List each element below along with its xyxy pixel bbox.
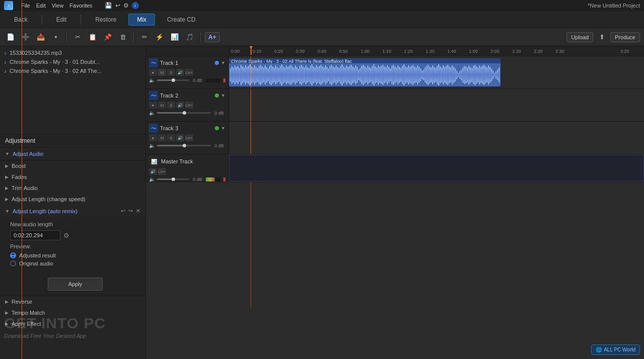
track-2-mute-btn[interactable]: M: [158, 102, 166, 109]
upload-button[interactable]: Upload: [567, 32, 593, 42]
track-1-content[interactable]: Chrome Sparks - My · 3 · 02 All There Is…: [229, 56, 644, 88]
track-2-solo-btn[interactable]: S: [167, 102, 175, 109]
track-1-audio-block[interactable]: Chrome Sparks - My · 3 · 02 All There Is…: [229, 58, 501, 86]
svg-rect-33: [280, 66, 281, 84]
track-3-record-btn[interactable]: ●: [149, 134, 157, 141]
back-button[interactable]: Back: [6, 14, 36, 25]
redo-remix-icon[interactable]: ↪: [128, 208, 133, 214]
menu-view[interactable]: View: [52, 3, 64, 9]
edit-pencil-button[interactable]: ✏: [138, 31, 151, 44]
svg-rect-140: [441, 67, 442, 82]
track-3-dropdown[interactable]: ▼: [221, 126, 225, 131]
undo-remix-icon[interactable]: ↩: [121, 208, 125, 214]
produce-button[interactable]: Produce: [610, 32, 640, 42]
track-3-volume-slider[interactable]: [157, 145, 211, 146]
normalize-button[interactable]: 📊: [168, 31, 181, 44]
svg-rect-132: [429, 66, 430, 83]
track-3-fx-btn[interactable]: LH+: [185, 134, 193, 141]
delete-button[interactable]: 🗑: [116, 31, 129, 44]
master-fx-btn[interactable]: LH+: [158, 168, 166, 175]
svg-rect-67: [331, 65, 332, 85]
master-volume-slider[interactable]: [157, 178, 189, 180]
svg-rect-51: [307, 67, 308, 82]
svg-rect-43: [295, 65, 296, 84]
time-settings-button[interactable]: ⚙: [63, 232, 69, 239]
track-1-vol-btn[interactable]: 🔊: [176, 69, 184, 76]
radio-original[interactable]: Original audio: [10, 260, 140, 266]
track-1-dropdown[interactable]: ▼: [221, 60, 225, 65]
track-3-mute-btn[interactable]: M: [158, 134, 166, 141]
master-track-content[interactable]: [229, 154, 644, 182]
track-2-volume-slider[interactable]: [157, 112, 211, 114]
svg-rect-169: [485, 66, 486, 83]
track-1-fx-btn[interactable]: LH+: [185, 69, 193, 76]
track-1-solo-btn[interactable]: S: [167, 69, 175, 76]
cut-button[interactable]: ✂: [71, 31, 84, 44]
svg-rect-171: [488, 65, 489, 84]
preview-section: Preview: Adjusted result Original audio: [10, 243, 140, 266]
copy-button[interactable]: 📋: [86, 31, 99, 44]
paste-button[interactable]: 📌: [101, 31, 114, 44]
svg-rect-134: [432, 65, 433, 84]
track-3-content[interactable]: [229, 122, 644, 154]
track-1-mute-btn[interactable]: M: [158, 69, 166, 76]
track-2-controls: ● M S 🔊 LH+: [149, 102, 225, 109]
svg-rect-35: [283, 66, 284, 83]
svg-rect-31: [277, 67, 278, 82]
svg-rect-122: [414, 66, 415, 83]
restore-button[interactable]: Restore: [87, 14, 124, 25]
import-button[interactable]: 📥: [34, 31, 47, 44]
split-button[interactable]: ⚡: [153, 31, 166, 44]
master-mute-btn[interactable]: 🔊: [149, 168, 157, 175]
svg-rect-98: [378, 65, 379, 84]
undo-icon[interactable]: ↩: [115, 2, 120, 9]
svg-rect-137: [437, 66, 438, 84]
mix-button[interactable]: Mix: [128, 14, 155, 26]
track-3-vol-btn[interactable]: 🔊: [176, 134, 184, 141]
tb-sep-2: [133, 32, 134, 42]
track-2-dropdown[interactable]: ▼: [221, 93, 225, 98]
track-3-volume-db: 0 dB: [213, 143, 225, 148]
svg-rect-75: [343, 66, 344, 83]
menu-favorites[interactable]: Favorites: [69, 3, 92, 9]
track-1-clip-indicator: [223, 78, 225, 82]
track-3-solo-btn[interactable]: S: [167, 134, 175, 141]
svg-rect-129: [425, 67, 426, 82]
menu-file[interactable]: File: [21, 3, 30, 9]
svg-rect-142: [444, 67, 445, 82]
add-track-button[interactable]: ➕: [19, 31, 32, 44]
svg-rect-7: [240, 65, 242, 85]
settings-icon[interactable]: ⚙: [123, 2, 129, 9]
radio-adjusted[interactable]: Adjusted result: [10, 252, 140, 258]
fx-button[interactable]: 🎵: [183, 31, 196, 44]
track-1-volume-slider[interactable]: [157, 79, 189, 81]
save-icon[interactable]: 💾: [105, 2, 112, 9]
svg-rect-58: [317, 67, 318, 82]
track-2-color: [215, 94, 219, 98]
track-2-record-btn[interactable]: ●: [149, 102, 157, 109]
track-2-fx-btn[interactable]: LH+: [185, 102, 193, 109]
share-button[interactable]: ⬆: [595, 31, 608, 44]
new-length-label: New audio length: [10, 221, 70, 227]
apply-button[interactable]: Apply: [48, 278, 103, 291]
track-3-volume-row: 🔈 0 dB: [149, 143, 225, 148]
svg-rect-23: [265, 65, 266, 84]
svg-rect-131: [428, 65, 429, 85]
close-remix-icon[interactable]: ✕: [136, 208, 140, 214]
menu-edit[interactable]: Edit: [36, 3, 46, 9]
track-1-record-btn[interactable]: ●: [149, 69, 157, 76]
new-button[interactable]: 📄: [4, 31, 17, 44]
at-plus-btn[interactable]: A+: [205, 32, 220, 42]
svg-rect-30: [275, 65, 276, 84]
nav-bar: Back Edit Restore Mix Create CD: [0, 11, 644, 28]
track-2-content[interactable]: [229, 89, 644, 121]
track-2-vol-btn[interactable]: 🔊: [176, 102, 184, 109]
time-input[interactable]: [10, 230, 60, 240]
import-dropdown-button[interactable]: ▼: [49, 31, 62, 44]
svg-rect-46: [299, 66, 300, 84]
file-icon-3: ♪: [4, 68, 7, 74]
create-cd-button[interactable]: Create CD: [159, 14, 204, 25]
edit-button[interactable]: Edit: [48, 14, 75, 25]
ruler-220: 2:20: [534, 49, 543, 54]
ruler-20: 0:20: [274, 49, 283, 54]
